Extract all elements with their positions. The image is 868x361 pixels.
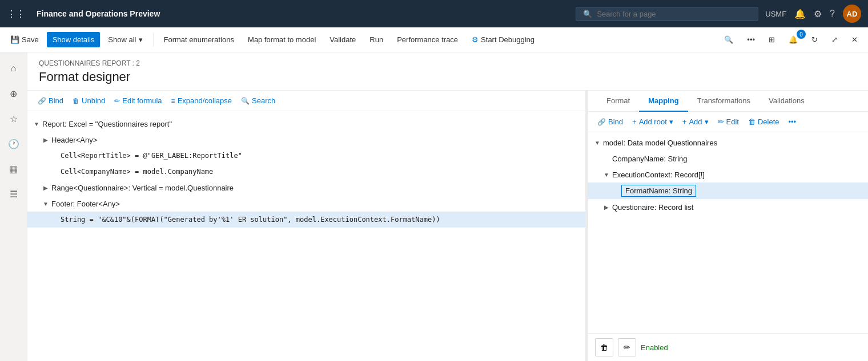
bind-icon: 🔗 — [38, 97, 46, 105]
map-label: ExecutionContext: Record[!] — [612, 171, 705, 179]
map-item[interactable]: ▼ model: Data model Questionnaires — [588, 135, 868, 151]
debug-icon: ⚙ — [472, 35, 479, 44]
mapping-bottom: 🗑 ✏ Enabled — [588, 333, 868, 361]
delete-bottom-button[interactable]: 🗑 — [595, 338, 613, 356]
collapse-map-icon-2: ▼ — [602, 170, 611, 179]
plus-icon-2: + — [682, 117, 687, 126]
trash-icon: 🗑 — [600, 343, 608, 352]
page-header: QUESTIONNAIRES REPORT : 2 Format designe… — [27, 52, 868, 91]
command-bar: 💾 Save Show details Show all ▾ Format en… — [0, 27, 868, 52]
nav-right: USMF 🔔 ⚙ ? AD — [765, 5, 861, 23]
notification-count: 0 — [797, 30, 806, 39]
search-cmd-icon[interactable]: 🔍 — [718, 32, 739, 47]
mapping-bind-button[interactable]: 🔗 Bind — [595, 116, 625, 127]
filter-icon[interactable]: ⊕ — [2, 82, 25, 105]
favorites-icon[interactable]: ☆ — [2, 107, 25, 130]
expand-collapse-button[interactable]: ≡ Expand/collapse — [170, 95, 233, 106]
tree-item[interactable]: ▶ Range<Questionnaire>: Vertical = model… — [27, 180, 585, 196]
collapse-icon: ▼ — [32, 119, 41, 128]
format-enumerations-button[interactable]: Format enumerations — [158, 32, 240, 47]
tree-item-selected[interactable]: String = "&C&10"&(FORMAT("Generated by'%… — [27, 212, 585, 228]
map-label: FormatName: String — [621, 185, 696, 197]
start-debugging-button[interactable]: ⚙ Start Debugging — [466, 32, 540, 47]
tree-label: String = "&C&10"&(FORMAT("Generated by'%… — [61, 216, 440, 224]
search-input[interactable] — [597, 10, 751, 18]
separator-1 — [153, 33, 154, 47]
expand-map-icon: ▶ — [602, 202, 611, 212]
chevron-down-icon: ▾ — [139, 35, 143, 44]
map-label: Questionaire: Record list — [612, 203, 693, 212]
settings-icon[interactable]: ⚙ — [814, 9, 822, 19]
status-badge: Enabled — [641, 343, 668, 352]
grid-menu-icon[interactable]: ⋮⋮ — [7, 9, 25, 19]
left-sidebar: ⌂ ⊕ ☆ 🕐 ▦ ☰ — [0, 52, 27, 361]
tree-item[interactable]: Cell<CompanyName> = model.CompanyName — [27, 164, 585, 180]
global-search[interactable]: 🔍 — [576, 7, 758, 21]
mapping-panel: Format Mapping Transformations Validatio… — [588, 91, 868, 361]
map-format-to-model-button[interactable]: Map format to model — [242, 32, 322, 47]
edit-bottom-button[interactable]: ✏ — [618, 338, 636, 356]
tree-item[interactable]: ▶ Header<Any> — [27, 132, 585, 148]
refresh-button[interactable]: ↻ — [806, 32, 823, 47]
map-item[interactable]: ▶ Questionaire: Record list — [588, 199, 868, 215]
add-root-button[interactable]: + Add root ▾ — [630, 116, 676, 127]
mapping-tree: ▼ model: Data model Questionnaires Compa… — [588, 132, 868, 333]
map-item[interactable]: CompanyName: String — [588, 151, 868, 167]
page-title: Format designer — [39, 70, 857, 84]
pinned-icon[interactable]: ⊞ — [763, 32, 781, 47]
recent-icon[interactable]: 🕐 — [2, 132, 25, 155]
edit-formula-button[interactable]: ✏ Edit formula — [113, 95, 163, 106]
run-button[interactable]: Run — [364, 32, 389, 47]
tab-mapping[interactable]: Mapping — [639, 91, 688, 112]
tree-item[interactable]: ▼ Footer: Footer<Any> — [27, 196, 585, 212]
tab-transformations[interactable]: Transformations — [688, 91, 760, 112]
tree-label: Header<Any> — [51, 136, 97, 144]
save-button[interactable]: 💾 Save — [5, 32, 45, 47]
cmd-right-icons: 🔍 ••• ⊞ 🔔 0 ↻ ⤢ ✕ — [718, 32, 863, 47]
format-toolbar: 🔗 Bind 🗑 Unbind ✏ Edit formula ≡ Expand/… — [27, 91, 585, 111]
no-expand-icon — [50, 167, 59, 176]
add-root-chevron: ▾ — [669, 117, 673, 126]
edit-mapping-button[interactable]: ✏ Edit — [716, 116, 741, 127]
tab-format[interactable]: Format — [597, 91, 639, 112]
unbind-button[interactable]: 🗑 Unbind — [71, 95, 106, 106]
breadcrumb: QUESTIONNAIRES REPORT : 2 — [39, 59, 857, 67]
map-item-selected[interactable]: FormatName: String — [588, 182, 868, 199]
avatar: AD — [843, 5, 861, 23]
help-icon[interactable]: ? — [830, 9, 835, 19]
more-mapping-button[interactable]: ••• — [786, 116, 799, 127]
tab-validations[interactable]: Validations — [760, 91, 814, 112]
more-options-button[interactable]: ••• — [741, 32, 761, 47]
tree-label: Footer: Footer<Any> — [51, 200, 120, 208]
close-button[interactable]: ✕ — [846, 32, 863, 47]
show-details-button[interactable]: Show details — [47, 32, 101, 47]
tab-bar: Format Mapping Transformations Validatio… — [588, 91, 868, 112]
notification-icon[interactable]: 🔔 — [794, 9, 806, 19]
plus-icon: + — [632, 117, 637, 126]
format-panel: 🔗 Bind 🗑 Unbind ✏ Edit formula ≡ Expand/… — [27, 91, 586, 361]
no-expand-icon — [50, 215, 59, 224]
home-icon[interactable]: ⌂ — [2, 57, 25, 80]
top-nav: ⋮⋮ Finance and Operations Preview 🔍 USMF… — [0, 0, 868, 27]
save-icon: 💾 — [10, 35, 19, 44]
show-all-button[interactable]: Show all ▾ — [102, 32, 148, 47]
bind-button[interactable]: 🔗 Bind — [37, 95, 65, 106]
validate-button[interactable]: Validate — [324, 32, 361, 47]
expand-icon: ▶ — [41, 135, 50, 144]
workspaces-icon[interactable]: ▦ — [2, 157, 25, 180]
search-icon: 🔍 — [583, 10, 592, 18]
no-expand-icon — [50, 151, 59, 160]
search-format-button[interactable]: 🔍 Search — [240, 95, 276, 106]
map-label: CompanyName: String — [612, 155, 688, 163]
tree-item[interactable]: ▼ Report: Excel = "Questionnaires report… — [27, 116, 585, 132]
tree-item[interactable]: Cell<ReportTitle> = @"GER_LABEL:ReportTi… — [27, 148, 585, 164]
delete-mapping-button[interactable]: 🗑 Delete — [746, 116, 782, 127]
performance-trace-button[interactable]: Performance trace — [391, 32, 464, 47]
main-layout: ⌂ ⊕ ☆ 🕐 ▦ ☰ QUESTIONNAIRES REPORT : 2 Fo… — [0, 52, 868, 361]
expand-button[interactable]: ⤢ — [826, 32, 843, 47]
add-button[interactable]: + Add ▾ — [680, 116, 711, 127]
list-icon[interactable]: ☰ — [2, 182, 25, 205]
notifications-button[interactable]: 🔔 0 — [783, 32, 803, 47]
map-item[interactable]: ▼ ExecutionContext: Record[!] — [588, 167, 868, 182]
edit-pencil-icon: ✏ — [624, 343, 630, 352]
